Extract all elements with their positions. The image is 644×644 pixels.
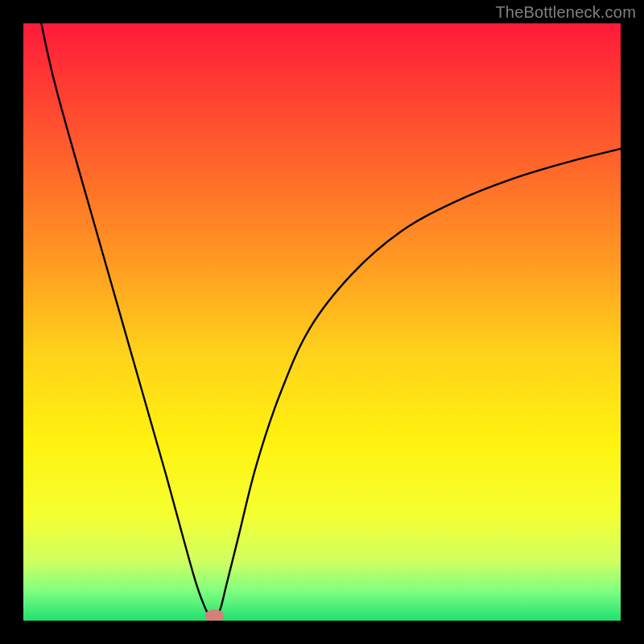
chart-frame <box>23 23 621 621</box>
watermark-text: TheBottleneck.com <box>495 3 636 22</box>
bottleneck-chart <box>23 23 621 621</box>
chart-background <box>23 23 621 621</box>
